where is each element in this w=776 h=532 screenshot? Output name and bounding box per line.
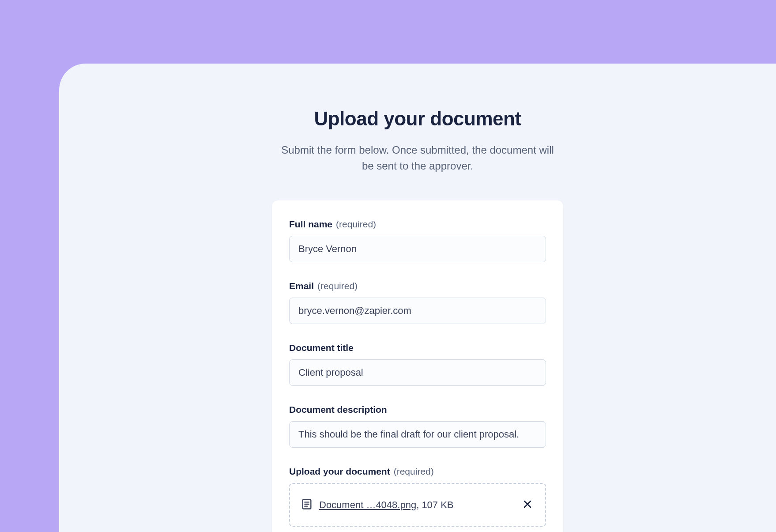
email-required: (required)	[317, 281, 358, 291]
upload-label: Upload your document	[289, 466, 390, 477]
email-input[interactable]	[289, 298, 546, 324]
close-icon	[522, 499, 533, 511]
document-title-input[interactable]	[289, 359, 546, 386]
file-separator: ,	[416, 499, 422, 510]
uploaded-file-info: Document …4048.png, 107 KB	[301, 498, 454, 512]
full-name-required: (required)	[336, 219, 376, 230]
form-card: Full name (required) Email (required) Do…	[272, 200, 563, 532]
remove-file-button[interactable]	[520, 497, 535, 513]
email-label: Email	[289, 281, 314, 291]
file-size: 107 KB	[422, 499, 453, 510]
document-description-label: Document description	[289, 404, 387, 415]
field-label-row: Email (required)	[289, 281, 546, 291]
page-subtitle: Submit the form below. Once submitted, t…	[276, 142, 559, 174]
form-panel: Upload your document Submit the form bel…	[59, 64, 776, 532]
field-email: Email (required)	[289, 281, 546, 324]
field-label-row: Document title	[289, 343, 546, 353]
upload-dropzone[interactable]: Document …4048.png, 107 KB	[289, 483, 546, 527]
file-name-link[interactable]: Document …4048.png	[319, 499, 416, 510]
document-title-label: Document title	[289, 343, 354, 353]
file-text: Document …4048.png, 107 KB	[319, 499, 454, 511]
field-document-description: Document description	[289, 404, 546, 448]
document-icon	[301, 498, 313, 512]
field-upload-document: Upload your document (required) Docume	[289, 466, 546, 527]
full-name-label: Full name	[289, 219, 332, 230]
full-name-input[interactable]	[289, 236, 546, 262]
page-title: Upload your document	[314, 108, 521, 130]
field-label-row: Document description	[289, 404, 546, 415]
field-label-row: Full name (required)	[289, 219, 546, 230]
field-document-title: Document title	[289, 343, 546, 386]
field-full-name: Full name (required)	[289, 219, 546, 262]
field-label-row: Upload your document (required)	[289, 466, 546, 477]
upload-required: (required)	[394, 466, 434, 477]
document-description-input[interactable]	[289, 421, 546, 448]
